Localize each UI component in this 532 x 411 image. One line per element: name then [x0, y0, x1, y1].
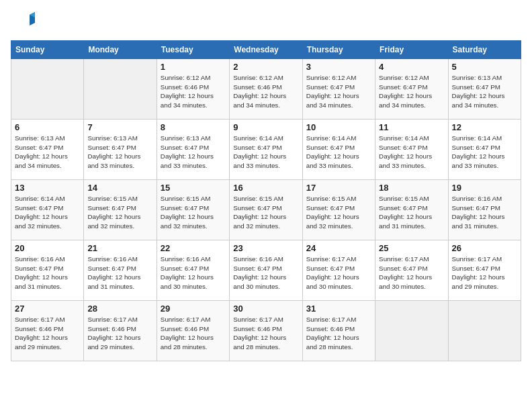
- calendar-cell: 15Sunrise: 6:15 AM Sunset: 6:47 PM Dayli…: [157, 180, 229, 240]
- calendar-cell: 1Sunrise: 6:12 AM Sunset: 6:46 PM Daylig…: [157, 59, 229, 120]
- calendar-cell: 22Sunrise: 6:16 AM Sunset: 6:47 PM Dayli…: [157, 240, 229, 301]
- calendar-cell: [84, 59, 157, 120]
- calendar-cell: 12Sunrise: 6:14 AM Sunset: 6:47 PM Dayli…: [448, 120, 521, 180]
- calendar-cell: 31Sunrise: 6:17 AM Sunset: 6:46 PM Dayli…: [302, 301, 375, 361]
- day-number: 6: [15, 122, 80, 132]
- calendar-cell: 8Sunrise: 6:13 AM Sunset: 6:47 PM Daylig…: [157, 120, 229, 180]
- day-number: 28: [87, 304, 152, 314]
- calendar-cell: 23Sunrise: 6:16 AM Sunset: 6:47 PM Dayli…: [230, 240, 302, 301]
- calendar-table: SundayMondayTuesdayWednesdayThursdayFrid…: [11, 40, 521, 361]
- day-number: 26: [452, 243, 517, 253]
- day-number: 3: [306, 62, 371, 72]
- day-detail: Sunrise: 6:13 AM Sunset: 6:47 PM Dayligh…: [87, 134, 152, 171]
- calendar-week-row: 13Sunrise: 6:14 AM Sunset: 6:47 PM Dayli…: [11, 180, 521, 240]
- day-detail: Sunrise: 6:13 AM Sunset: 6:47 PM Dayligh…: [15, 134, 80, 171]
- logo-icon: [11, 11, 35, 35]
- calendar-cell: 4Sunrise: 6:12 AM Sunset: 6:47 PM Daylig…: [375, 59, 448, 120]
- day-detail: Sunrise: 6:17 AM Sunset: 6:46 PM Dayligh…: [161, 315, 226, 352]
- day-detail: Sunrise: 6:17 AM Sunset: 6:46 PM Dayligh…: [306, 315, 371, 352]
- day-detail: Sunrise: 6:17 AM Sunset: 6:47 PM Dayligh…: [306, 255, 371, 291]
- day-number: 2: [233, 62, 298, 72]
- calendar-cell: 9Sunrise: 6:14 AM Sunset: 6:47 PM Daylig…: [230, 120, 302, 180]
- day-number: 4: [379, 62, 444, 72]
- calendar-cell: [375, 301, 448, 361]
- day-detail: Sunrise: 6:16 AM Sunset: 6:47 PM Dayligh…: [161, 255, 226, 291]
- day-detail: Sunrise: 6:14 AM Sunset: 6:47 PM Dayligh…: [233, 134, 298, 171]
- day-number: 9: [233, 122, 298, 132]
- day-number: 16: [233, 183, 298, 193]
- day-detail: Sunrise: 6:16 AM Sunset: 6:47 PM Dayligh…: [452, 194, 517, 231]
- calendar-cell: 2Sunrise: 6:12 AM Sunset: 6:46 PM Daylig…: [230, 59, 302, 120]
- day-header-tuesday: Tuesday: [157, 41, 229, 59]
- calendar-cell: 16Sunrise: 6:15 AM Sunset: 6:47 PM Dayli…: [230, 180, 302, 240]
- day-number: 25: [379, 243, 444, 253]
- day-header-thursday: Thursday: [302, 41, 375, 59]
- calendar-cell: 26Sunrise: 6:17 AM Sunset: 6:47 PM Dayli…: [448, 240, 521, 301]
- calendar-cell: 5Sunrise: 6:13 AM Sunset: 6:47 PM Daylig…: [448, 59, 521, 120]
- day-detail: Sunrise: 6:13 AM Sunset: 6:47 PM Dayligh…: [452, 73, 517, 110]
- calendar-cell: 29Sunrise: 6:17 AM Sunset: 6:46 PM Dayli…: [157, 301, 229, 361]
- day-detail: Sunrise: 6:14 AM Sunset: 6:47 PM Dayligh…: [379, 134, 444, 171]
- day-detail: Sunrise: 6:12 AM Sunset: 6:47 PM Dayligh…: [379, 73, 444, 110]
- calendar-cell: 30Sunrise: 6:17 AM Sunset: 6:46 PM Dayli…: [230, 301, 302, 361]
- calendar-cell: [448, 301, 521, 361]
- calendar-cell: 28Sunrise: 6:17 AM Sunset: 6:46 PM Dayli…: [84, 301, 157, 361]
- day-number: 13: [15, 183, 80, 193]
- day-number: 29: [161, 304, 226, 314]
- calendar-cell: 21Sunrise: 6:16 AM Sunset: 6:47 PM Dayli…: [84, 240, 157, 301]
- day-detail: Sunrise: 6:15 AM Sunset: 6:47 PM Dayligh…: [161, 194, 226, 231]
- day-detail: Sunrise: 6:12 AM Sunset: 6:46 PM Dayligh…: [161, 73, 226, 110]
- calendar-cell: 25Sunrise: 6:17 AM Sunset: 6:47 PM Dayli…: [375, 240, 448, 301]
- day-number: 14: [87, 183, 152, 193]
- day-detail: Sunrise: 6:15 AM Sunset: 6:47 PM Dayligh…: [87, 194, 152, 231]
- day-header-sunday: Sunday: [11, 41, 84, 59]
- day-number: 10: [306, 122, 371, 132]
- day-number: 20: [15, 243, 80, 253]
- day-detail: Sunrise: 6:17 AM Sunset: 6:46 PM Dayligh…: [15, 315, 80, 352]
- day-number: 8: [161, 122, 226, 132]
- calendar-week-row: 6Sunrise: 6:13 AM Sunset: 6:47 PM Daylig…: [11, 120, 521, 180]
- calendar-cell: 20Sunrise: 6:16 AM Sunset: 6:47 PM Dayli…: [11, 240, 84, 301]
- day-detail: Sunrise: 6:17 AM Sunset: 6:46 PM Dayligh…: [87, 315, 152, 352]
- calendar-cell: 6Sunrise: 6:13 AM Sunset: 6:47 PM Daylig…: [11, 120, 84, 180]
- day-number: 5: [452, 62, 517, 72]
- day-detail: Sunrise: 6:14 AM Sunset: 6:47 PM Dayligh…: [452, 134, 517, 171]
- day-number: 27: [15, 304, 80, 314]
- day-detail: Sunrise: 6:15 AM Sunset: 6:47 PM Dayligh…: [379, 194, 444, 231]
- day-number: 1: [161, 62, 226, 72]
- calendar-cell: 10Sunrise: 6:14 AM Sunset: 6:47 PM Dayli…: [302, 120, 375, 180]
- day-number: 23: [233, 243, 298, 253]
- day-header-saturday: Saturday: [448, 41, 521, 59]
- day-number: 31: [306, 304, 371, 314]
- day-number: 11: [379, 122, 444, 132]
- day-detail: Sunrise: 6:14 AM Sunset: 6:47 PM Dayligh…: [306, 134, 371, 171]
- calendar-cell: 14Sunrise: 6:15 AM Sunset: 6:47 PM Dayli…: [84, 180, 157, 240]
- day-number: 19: [452, 183, 517, 193]
- day-detail: Sunrise: 6:17 AM Sunset: 6:47 PM Dayligh…: [452, 255, 517, 291]
- calendar-header-row: SundayMondayTuesdayWednesdayThursdayFrid…: [11, 41, 521, 59]
- calendar-cell: 24Sunrise: 6:17 AM Sunset: 6:47 PM Dayli…: [302, 240, 375, 301]
- logo: [11, 11, 38, 35]
- calendar-week-row: 20Sunrise: 6:16 AM Sunset: 6:47 PM Dayli…: [11, 240, 521, 301]
- day-detail: Sunrise: 6:15 AM Sunset: 6:47 PM Dayligh…: [233, 194, 298, 231]
- day-header-monday: Monday: [84, 41, 157, 59]
- day-header-friday: Friday: [375, 41, 448, 59]
- calendar-cell: 7Sunrise: 6:13 AM Sunset: 6:47 PM Daylig…: [84, 120, 157, 180]
- calendar-cell: 13Sunrise: 6:14 AM Sunset: 6:47 PM Dayli…: [11, 180, 84, 240]
- day-detail: Sunrise: 6:15 AM Sunset: 6:47 PM Dayligh…: [306, 194, 371, 231]
- day-detail: Sunrise: 6:13 AM Sunset: 6:47 PM Dayligh…: [161, 134, 226, 171]
- day-number: 21: [87, 243, 152, 253]
- day-number: 12: [452, 122, 517, 132]
- page-header: [11, 11, 521, 35]
- calendar-cell: 18Sunrise: 6:15 AM Sunset: 6:47 PM Dayli…: [375, 180, 448, 240]
- day-detail: Sunrise: 6:17 AM Sunset: 6:46 PM Dayligh…: [233, 315, 298, 352]
- day-number: 17: [306, 183, 371, 193]
- day-detail: Sunrise: 6:16 AM Sunset: 6:47 PM Dayligh…: [87, 255, 152, 291]
- calendar-cell: 3Sunrise: 6:12 AM Sunset: 6:47 PM Daylig…: [302, 59, 375, 120]
- calendar-week-row: 1Sunrise: 6:12 AM Sunset: 6:46 PM Daylig…: [11, 59, 521, 120]
- day-number: 15: [161, 183, 226, 193]
- calendar-cell: 11Sunrise: 6:14 AM Sunset: 6:47 PM Dayli…: [375, 120, 448, 180]
- calendar-week-row: 27Sunrise: 6:17 AM Sunset: 6:46 PM Dayli…: [11, 301, 521, 361]
- day-detail: Sunrise: 6:17 AM Sunset: 6:47 PM Dayligh…: [379, 255, 444, 291]
- calendar-cell: 19Sunrise: 6:16 AM Sunset: 6:47 PM Dayli…: [448, 180, 521, 240]
